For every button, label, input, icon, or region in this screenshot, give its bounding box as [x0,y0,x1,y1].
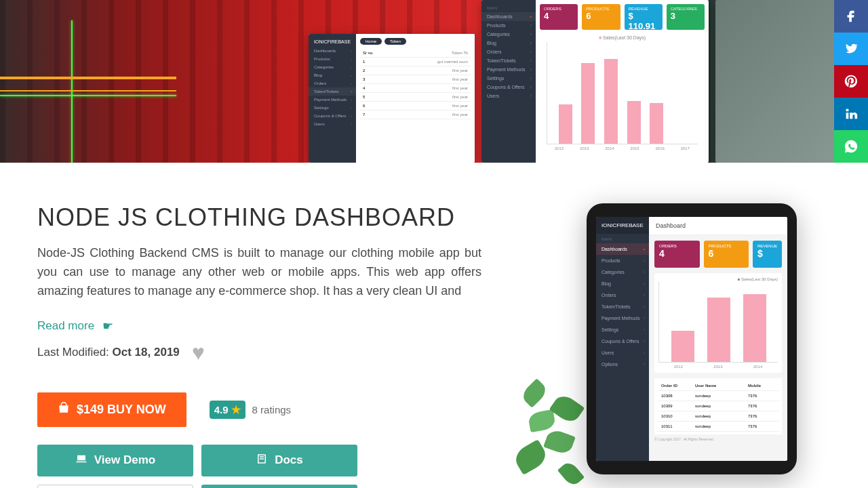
tablet-logo: IONICFIREBASE [596,217,649,234]
preview-nav-item: Payment Methods [309,96,356,104]
tablet-chart-bar [743,294,766,362]
tablet-nav-item: Token/Tickets [596,301,649,312]
preview-nav-item: Dashboards [309,47,356,55]
rating-group: 4.9★ 8 ratings [210,401,291,419]
preview-nav-item: Products [481,21,536,30]
favorite-button[interactable]: ♥ [192,340,205,365]
tablet-nav-item: Orders [596,289,649,301]
twitter-share-button[interactable] [834,33,868,65]
chart-bar [650,103,663,144]
tablet-chart-bar [707,298,730,362]
decorative-plant [509,347,597,488]
tablet-nav-item: Blog [596,278,649,289]
read-more-link[interactable]: Read more [37,319,94,333]
tablet-table: Order IDUser NameMobile 10308sundeep7376… [654,378,782,434]
page-title: NODE JS CLOTHING DASHBOARD [37,203,481,232]
tablet-chart-bar [671,331,694,362]
docs-button[interactable]: Docs [201,445,357,476]
tablet-chart-xlabel: 2014 [753,365,762,369]
tablet-chart-xlabel: 2013 [713,365,722,369]
preview-nav-item: Settings [481,74,536,83]
preview-nav-item: Products [309,55,356,63]
whatsapp-share-button[interactable] [834,130,868,163]
preview-tab: Home [360,38,382,45]
chart-xlabel: 2012 [555,146,564,150]
laptop-icon [75,453,87,468]
book-icon [256,453,268,468]
overlay-line [71,20,73,163]
preview-nav-item: Coupons & Offers [481,83,536,92]
hero-banner: IONICFIREBASE Dashboards Products Catego… [0,0,868,163]
preview-section-label: MAIN [481,3,536,12]
preview-nav-item: Token/Tickets [309,87,356,96]
chart-bar [604,59,618,144]
preview-nav-item: Categories [309,63,356,71]
preview-logo: IONICFIREBASE [309,37,356,47]
tablet-stat-card: PRODUCTS6 [704,241,749,268]
stat-card-revenue: REVENUE$ 110.91 [625,4,663,30]
stat-card-categories: CATEGORIES3 [667,4,705,30]
preview-nav-item: Payment Methods [481,65,536,74]
tablet-nav-item: Categories [596,266,649,278]
dashboard-preview-small: IONICFIREBASE Dashboards Products Catego… [309,34,475,163]
pinterest-share-button[interactable] [834,65,868,98]
chart-xlabel: 2017 [681,146,690,150]
tablet-chart: ■ Sales(Last 30 Days) 2012 2013 2014 [654,273,782,373]
product-description: Node-JS Clothing Backend CMS is built to… [37,244,481,301]
tablet-nav-item: Products [596,255,649,266]
preview-nav-item: Users [309,120,356,128]
chart-xlabel: 2015 [630,146,639,150]
rating-badge: 4.9★ [210,401,245,419]
tablet-nav-item: Dashboards [596,243,649,255]
license-select[interactable]: Single Licence [37,485,193,488]
tablet-nav-item: Users [596,347,649,359]
tablet-nav-item: Coupons & Offers [596,336,649,347]
preview-nav-item: Dashboards [481,12,536,21]
chart-legend: Sales(Last 30 Days) [540,35,705,40]
chart-bar [559,104,572,144]
twitter-icon [844,41,859,56]
tablet-section-label: MAIN [596,234,649,243]
tablet-stat-card: REVENUE$ [753,241,782,268]
pointing-hand-icon: ☛ [102,319,113,333]
tablet-stat-card: ORDERS4 [654,241,700,268]
facebook-icon [844,9,859,24]
pinterest-icon [844,74,859,89]
chart-bar [627,101,641,144]
preview-nav-item: Coupons & Offers [309,112,356,120]
last-modified-label: Last Modified: Oct 18, 2019 [37,346,180,359]
whatsapp-icon [844,139,859,154]
tablet-nav-item: Payment Methods [596,312,649,324]
preview-nav-item: Blog [481,39,536,47]
docs-button-label: Docs [275,453,303,467]
preview-nav-item: Orders [481,47,536,56]
tablet-chart-xlabel: 2012 [674,365,683,369]
overlay-line [0,77,176,79]
demo-button-label: View Demo [94,453,155,467]
facebook-share-button[interactable] [834,0,868,33]
buy-button-label: $149 BUY NOW [77,403,166,417]
preview-nav-item: Settings [309,104,356,112]
stat-card-orders: ORDERS4 [540,4,578,30]
dashboard-preview-large: MAIN Dashboards Products Categories Blog… [481,0,709,163]
view-demo-button[interactable]: View Demo [37,445,193,476]
overlay-line [0,95,176,96]
license-button[interactable]: License [201,485,357,488]
tablet-nav-item: Settings [596,324,649,336]
chart-xlabel: 2013 [580,146,589,150]
star-icon: ★ [231,403,241,416]
tablet-mockup: IONICFIREBASE MAIN Dashboards Products C… [587,203,797,474]
preview-nav-item: Users [481,92,536,100]
social-share-bar [834,0,868,163]
linkedin-share-button[interactable] [834,98,868,130]
shopping-bag-icon [58,402,70,418]
buy-now-button[interactable]: $149 BUY NOW [37,392,186,427]
linkedin-icon [844,106,859,121]
chart-bar [581,63,595,144]
chart-xlabel: 2016 [656,146,665,150]
tablet-footer: © Copyright 2017 . All Rights Reserved [649,434,787,444]
preview-nav-item: Token/Tickets [481,56,536,65]
preview-nav-item: Blog [309,71,356,79]
chart-xlabel: 2014 [605,146,614,150]
ratings-count: 8 ratings [252,404,292,415]
